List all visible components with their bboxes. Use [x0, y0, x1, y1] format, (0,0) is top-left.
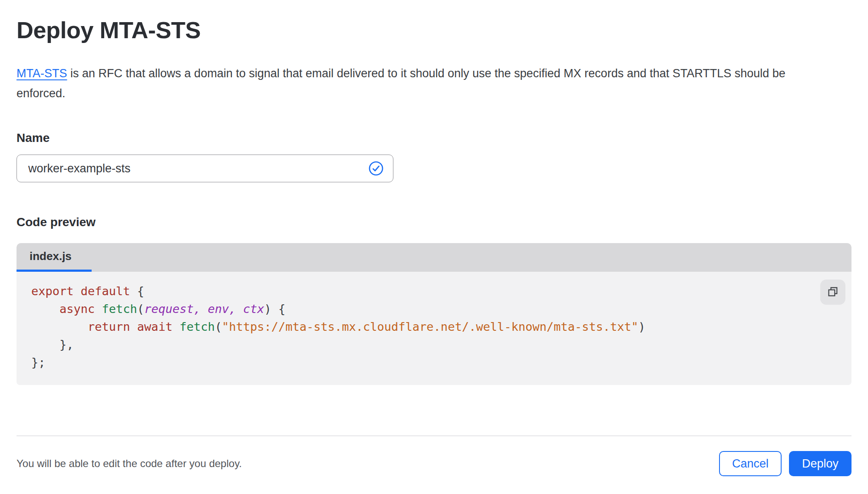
code-preview-card: index.js export default { async fetch(re… — [17, 243, 851, 385]
mta-sts-link[interactable]: MTA-STS — [17, 67, 67, 80]
page-title: Deploy MTA-STS — [17, 16, 851, 43]
description-text: is an RFC that allows a domain to signal… — [17, 67, 785, 100]
name-label: Name — [17, 131, 851, 145]
code-line: return await fetch("https://mta-sts.mx.c… — [31, 318, 804, 336]
code-line: export default { — [31, 282, 804, 300]
name-input[interactable] — [17, 155, 393, 182]
code-content: export default { async fetch(request, en… — [17, 282, 851, 371]
deploy-mta-sts-page: Deploy MTA-STS MTA-STS is an RFC that al… — [0, 16, 868, 494]
code-line: }; — [31, 353, 804, 371]
code-line: async fetch(request, env, ctx) { — [31, 300, 804, 318]
name-field-section: Name — [17, 131, 851, 182]
copy-icon — [826, 285, 839, 300]
code-preview-label: Code preview — [17, 215, 851, 229]
footer-actions: Cancel Deploy — [719, 451, 851, 476]
footer-note: You will be able to edit the code after … — [17, 458, 242, 470]
check-circle-icon — [368, 161, 384, 176]
tab-index-js[interactable]: index.js — [17, 243, 92, 272]
description: MTA-STS is an RFC that allows a domain t… — [17, 63, 798, 103]
code-area: export default { async fetch(request, en… — [17, 272, 851, 385]
code-line: }, — [31, 336, 804, 353]
cancel-button[interactable]: Cancel — [719, 451, 782, 476]
tab-label: index.js — [30, 250, 72, 263]
copy-code-button[interactable] — [820, 280, 845, 305]
code-tab-bar: index.js — [17, 243, 851, 272]
deploy-button[interactable]: Deploy — [789, 451, 851, 476]
footer-divider — [17, 435, 851, 436]
name-input-wrapper — [17, 155, 393, 182]
footer-bar: You will be able to edit the code after … — [17, 451, 851, 494]
code-preview-section: Code preview index.js export default { a… — [17, 215, 851, 385]
